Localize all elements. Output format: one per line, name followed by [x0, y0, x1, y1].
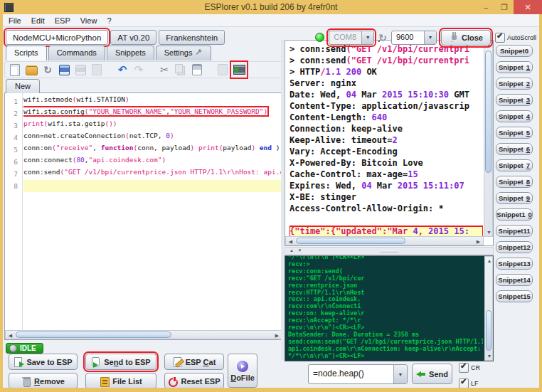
snippet-button-snippet9[interactable]: Snippet9: [496, 192, 533, 204]
status-badge: IDLE: [6, 343, 43, 354]
close-window-button[interactable]: ✕: [514, 0, 542, 14]
firmware-tab-frankenshtein[interactable]: Frankenshtein: [159, 30, 225, 45]
baud-rate-select[interactable]: 9600 ▼: [391, 31, 437, 45]
file-tab-new[interactable]: New: [6, 79, 40, 93]
serial-terminal: > conn:connect(80,"api.coindesk.com")> c…: [285, 40, 494, 246]
undo-icon[interactable]: [115, 63, 129, 77]
scroll-down-icon[interactable]: ▼: [485, 352, 494, 360]
editor-hscrollbar[interactable]: ◀ ▶: [5, 330, 282, 339]
editor-tab-bar: ScriptsCommandsSnippetsSettings: [6, 46, 211, 60]
menu-edit[interactable]: Edit: [31, 16, 45, 25]
snippet-button-snippet3[interactable]: Snippet3: [496, 94, 533, 106]
scroll-up-icon[interactable]: ▲: [485, 257, 494, 265]
chevron-down-icon[interactable]: ▼: [393, 365, 407, 383]
cr-checkbox[interactable]: [459, 363, 469, 373]
command-value[interactable]: =node.heap(): [309, 365, 393, 383]
file-list-button[interactable]: File List: [85, 373, 156, 388]
splitter-arrows-icon[interactable]: ▲ ▼: [289, 248, 304, 253]
snippet-button-snippet2[interactable]: Snippet2: [496, 78, 533, 90]
snippet-button-snippet14[interactable]: Snippet14: [496, 274, 533, 286]
terminal-line: [289, 215, 483, 226]
terminal-line: Date: Wed, 04 Mar 2015 15:10:30 GMT: [289, 90, 483, 101]
terminal-hscrollbar[interactable]: ◀ ▶: [285, 236, 484, 245]
reload-icon[interactable]: [41, 63, 55, 77]
scroll-right-icon[interactable]: ▶: [474, 238, 483, 245]
panel-splitter[interactable]: [281, 40, 284, 360]
maximize-button[interactable]: ❐: [495, 0, 514, 14]
monitor-vscrollbar[interactable]: ▲ ▼: [484, 256, 493, 361]
snippet-button-snippet10[interactable]: Snippet10: [496, 208, 533, 221]
send-line-to-esp-icon[interactable]: [232, 63, 246, 77]
terminal-line: Content-Length: 640: [289, 112, 483, 124]
lf-checkbox[interactable]: [459, 378, 469, 388]
code-editor[interactable]: 12345678 wifi.setmode(wifi.STATION)wifi.…: [4, 92, 283, 340]
send-to-esp-icon: [91, 357, 101, 367]
code-text: conn:connect(80,"api.coindesk.com"): [23, 156, 166, 164]
send-command-button[interactable]: Send: [412, 364, 452, 384]
command-input[interactable]: =node.heap() ▼: [308, 364, 408, 384]
send-to-esp-button[interactable]: Send to ESP: [85, 354, 156, 370]
refresh-ports-icon[interactable]: ↻: [378, 33, 387, 43]
esp-cat-button[interactable]: ESP Cat: [164, 354, 224, 370]
scroll-left-icon[interactable]: ◀: [6, 332, 15, 339]
code-line: wifi.setmode(wifi.STATION): [23, 95, 282, 107]
snippet-button-snippet1[interactable]: Snippet1: [496, 61, 533, 73]
code-line: conn:on("receive", function(conn, payloa…: [23, 144, 282, 156]
line-number: 5: [5, 144, 22, 156]
snippet-button-snippet7[interactable]: Snippet7: [496, 159, 533, 171]
scroll-down-icon[interactable]: ▼: [484, 228, 494, 236]
firmware-tab-nodemcu-micropython[interactable]: NodeMCU+MicroPython: [6, 30, 108, 45]
terminal-line: X-Powered-By: Bitcoin Love: [289, 158, 483, 169]
com-port-select[interactable]: COM8 ▼: [329, 31, 374, 45]
chevron-down-icon[interactable]: ▼: [361, 31, 373, 44]
autoscroll-label: AutoScroll: [507, 34, 536, 41]
esp-cat-icon: [173, 357, 183, 367]
dofile-button[interactable]: DoFile: [228, 354, 257, 388]
open-file-icon[interactable]: [24, 63, 38, 77]
dofile-icon: [237, 361, 248, 372]
terminal-line: Expires: Wed, 04 Mar 2015 15:11:07: [289, 181, 483, 192]
snippet-button-snippet5[interactable]: Snippet5: [496, 127, 533, 139]
minimize-button[interactable]: –: [477, 0, 495, 14]
snippet-button-snippet6[interactable]: Snippet6: [496, 143, 533, 155]
line-number: 8: [5, 180, 22, 192]
menu-help[interactable]: ?: [107, 16, 111, 25]
remove-button[interactable]: Remove: [9, 373, 78, 388]
new-file-icon[interactable]: [8, 63, 22, 77]
tab-commands[interactable]: Commands: [48, 46, 105, 60]
code-area[interactable]: wifi.setmode(wifi.STATION)wifi.sta.confi…: [23, 93, 282, 330]
tab-snippets[interactable]: Snippets: [107, 46, 154, 60]
menu-file[interactable]: File: [9, 16, 21, 25]
connection-led-icon: [315, 33, 324, 42]
main-content: FileEditESPView? NodeMCU+MicroPythonAT v…: [3, 14, 539, 388]
firmware-tab-at-v0-20[interactable]: AT v0.20: [110, 30, 156, 45]
reset-esp-button[interactable]: Reset ESP: [164, 373, 224, 388]
line-numbers: 12345678: [5, 93, 23, 330]
snippet-button-snippet15[interactable]: Snippet15: [496, 290, 533, 302]
wrench-icon: [195, 48, 203, 58]
cut-icon[interactable]: [157, 63, 171, 77]
menu-view[interactable]: View: [80, 16, 97, 25]
snippet-button-snippet12[interactable]: Snippet12: [496, 241, 533, 253]
snippet-button-snippet8[interactable]: Snippet8: [496, 176, 533, 188]
code-line: wifi.sta.config("YOUR_NETWORK_NAME","YOU…: [23, 107, 282, 120]
line-number: 2: [5, 107, 22, 120]
terminal-vscrollbar[interactable]: ▲ ▼: [484, 41, 493, 237]
snippet-button-snippet13[interactable]: Snippet13: [496, 258, 533, 270]
chevron-down-icon[interactable]: ▼: [424, 31, 436, 44]
save-icon[interactable]: [57, 63, 71, 77]
autoscroll-checkbox[interactable]: [495, 33, 505, 43]
snippet-button-snippet0[interactable]: Snippet0: [496, 45, 533, 57]
tab-settings[interactable]: Settings: [156, 46, 212, 60]
menu-esp[interactable]: ESP: [55, 16, 70, 25]
terminal-splitter[interactable]: ▲ ▼: [285, 247, 494, 255]
close-port-button[interactable]: Close: [441, 30, 491, 46]
snippet-button-snippet4[interactable]: Snippet4: [496, 110, 533, 122]
save-to-esp-button[interactable]: Save to ESP: [9, 354, 78, 370]
tab-scripts[interactable]: Scripts: [6, 46, 47, 60]
paste-icon[interactable]: [190, 63, 204, 77]
window-title: ESPlorer v0.1 build 206 by 4refr0nt: [0, 2, 542, 12]
splitter-grip[interactable]: [380, 250, 398, 253]
scroll-left-icon[interactable]: ◀: [286, 238, 295, 245]
snippet-button-snippet11[interactable]: Snippet11: [496, 225, 533, 237]
